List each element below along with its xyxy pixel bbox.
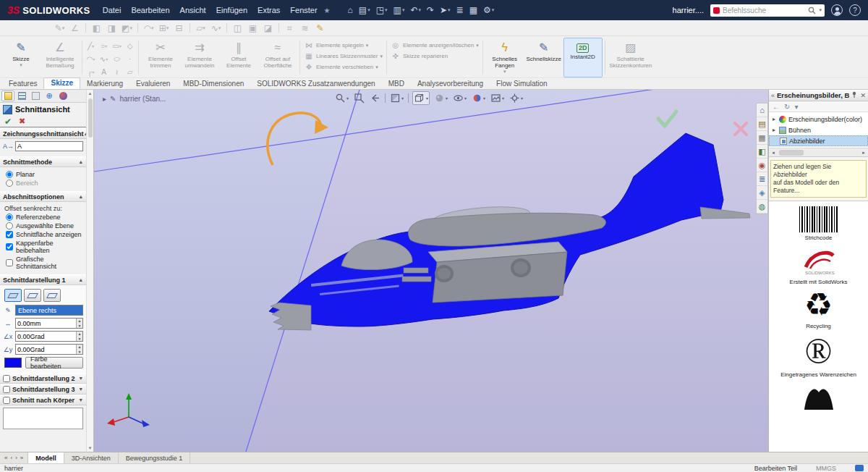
graphics-viewport[interactable]: ▸ ✎ harrier (Stan... ▾ ▾ ▾ ▾ ▾ ▾ ▾ ▾ ⌂ ▤…	[94, 90, 768, 452]
tab-modell[interactable]: Modell	[28, 452, 64, 463]
section-header-options[interactable]: Abschnittsoptionen▲	[0, 191, 86, 202]
display-style-icon[interactable]: ▾	[433, 92, 448, 104]
ribbon-repair-sketch-button[interactable]: ✜Skizze reparieren	[391, 52, 479, 60]
ribbon-move-entities-button[interactable]: ✥Elemente verschieben▾	[304, 63, 383, 71]
breadcrumb-expand-icon[interactable]: ▸	[103, 95, 106, 103]
tree-horizontal-scrollbar[interactable]: ◂ ▸	[769, 148, 868, 157]
reference-plane-field[interactable]: Ebene rechts	[15, 305, 83, 316]
ribbon-display-delete-button[interactable]: ◎Elemente anzeigen/löschen▾	[391, 41, 479, 49]
qb-measure-icon[interactable]: ⌗	[282, 22, 297, 35]
scroll-thumb[interactable]	[779, 150, 804, 156]
status-units[interactable]: MMGS	[816, 465, 836, 472]
command-search[interactable]: ▾	[710, 4, 825, 17]
refresh-icon[interactable]: ↻	[784, 103, 790, 111]
search-icon[interactable]	[808, 7, 816, 14]
ribbon-skizze-button[interactable]: ✎ Skizze ▾	[1, 38, 41, 77]
edit-color-button[interactable]: Farbe bearbeiten	[25, 357, 83, 368]
section-header-darstellung1[interactable]: Schnittdarstellung 1▲	[0, 274, 86, 285]
decal-partial[interactable]	[799, 381, 839, 410]
radio-ausgewaehlte-ebene[interactable]: Ausgewählte Ebene	[6, 222, 83, 229]
checkbox-schnittflaeche[interactable]: Schnittfläche anzeigen	[6, 231, 83, 238]
plane-tool-icon[interactable]: ▱	[124, 66, 136, 78]
qb-revolve-icon[interactable]: ◨	[104, 22, 119, 35]
qb-view-icon[interactable]: ▣	[245, 22, 260, 35]
edit-appearance-icon[interactable]: ▾	[471, 92, 486, 104]
checkbox-kappenfarbe[interactable]: Kappenfarbe beibehalten	[6, 240, 83, 254]
decal-strichcode[interactable]: Strichcode	[799, 206, 839, 241]
fillet-tool-icon[interactable]: ┌▾	[85, 66, 97, 78]
radio-bereich[interactable]: Bereich	[6, 180, 83, 187]
ribbon-trim-button[interactable]: ✂ Elemente trimmen	[141, 38, 180, 77]
home-tab-icon[interactable]: ⌂	[757, 104, 767, 117]
scroll-left-icon[interactable]: ◂	[769, 150, 778, 156]
select-button[interactable]: ➤▾	[437, 3, 454, 17]
ribbon-instant2d-button[interactable]: 2D Instant2D	[563, 38, 603, 77]
spline-tool-icon[interactable]: ∿▾	[98, 53, 110, 65]
user-icon[interactable]	[831, 4, 843, 16]
point-tool-icon[interactable]: ·	[124, 53, 136, 65]
file-explorer-tab-icon[interactable]: ▦	[757, 131, 767, 145]
radio-referenzebene[interactable]: Referenzebene	[6, 214, 83, 221]
3d-scene[interactable]	[94, 90, 768, 452]
tab-mbd[interactable]: MBD	[382, 79, 411, 89]
line-tool-icon[interactable]: ╱▾	[85, 40, 97, 52]
expand-icon[interactable]: ▸	[771, 116, 777, 122]
checkbox-darstellung2[interactable]	[3, 375, 10, 382]
slot-tool-icon[interactable]: ≀	[111, 66, 123, 78]
scroll-up-icon[interactable]: ▲	[88, 90, 93, 97]
spinner[interactable]: ▲▼	[76, 319, 82, 328]
custom-properties-tab-icon[interactable]: ≣	[757, 172, 767, 186]
ribbon-smart-dimension-button[interactable]: ∠ Intelligente Bemaßung	[41, 38, 80, 77]
breadcrumb[interactable]: ▸ ✎ harrier (Stan...	[103, 95, 166, 103]
ok-button[interactable]: ✔	[4, 117, 12, 127]
forum-tab-icon[interactable]: ◈	[757, 186, 767, 200]
close-pane-icon[interactable]: ✕	[860, 92, 866, 99]
search-scope-caret-icon[interactable]: ▾	[819, 7, 822, 13]
radio-planar[interactable]: Planar	[6, 171, 83, 178]
spinner[interactable]: ▲▼	[76, 345, 82, 354]
plane-button-3[interactable]	[43, 289, 61, 302]
open-button[interactable]: ▤▾	[356, 3, 373, 17]
menu-einfuegen[interactable]: Einfügen	[211, 0, 252, 20]
ribbon-rapid-sketch-button[interactable]: ✎ Schnellskizze	[524, 38, 563, 77]
tab-mbd-dimensionen[interactable]: MBD-Dimensionen	[176, 79, 250, 89]
status-tag-icon[interactable]	[855, 465, 864, 471]
ribbon-convert-button[interactable]: ⇉ Elemente umwandeln	[180, 38, 219, 77]
tab-skizze[interactable]: Skizze	[43, 77, 80, 89]
undo-button[interactable]: ↶▾	[407, 3, 424, 17]
configuration-tab[interactable]	[15, 90, 28, 101]
tab-evaluieren[interactable]: Evaluieren	[129, 79, 176, 89]
menu-pin-icon[interactable]: ★	[324, 7, 331, 14]
menu-bearbeiten[interactable]: Bearbeiten	[126, 0, 174, 20]
plane-button-1[interactable]	[4, 289, 22, 302]
zoom-area-icon[interactable]	[353, 92, 365, 104]
qb-sweep-icon[interactable]: ◩▾	[119, 22, 135, 35]
panel-scrollbar[interactable]: ▲ ▼	[86, 90, 93, 452]
rotation-y-input[interactable]: ▲▼	[15, 344, 83, 355]
qb-dimension-icon[interactable]: ∠	[67, 22, 82, 35]
tab-features[interactable]: Features	[2, 79, 43, 89]
offset-distance-input[interactable]: ▲▼	[15, 318, 83, 329]
save-button[interactable]: ◳▾	[373, 3, 391, 17]
hide-show-items-icon[interactable]: ▾	[452, 92, 467, 104]
menu-fenster[interactable]: Fenster	[285, 0, 322, 20]
display-manager-tab[interactable]	[29, 90, 42, 101]
qb-mirror-icon[interactable]: ⊟	[171, 22, 187, 35]
view-palette-tab-icon[interactable]: ◧	[757, 145, 767, 159]
search-input[interactable]	[723, 7, 805, 14]
ribbon-quick-snaps-button[interactable]: ϟ Schnelles Fangen ▾	[485, 38, 524, 77]
rotation-x-input[interactable]: ▲▼	[15, 331, 83, 342]
qb-extrude-icon[interactable]: ◧	[89, 22, 104, 35]
tree-item-buehnen[interactable]: ▸ Bühnen	[769, 125, 868, 135]
file-properties-button[interactable]: ▦	[467, 3, 480, 17]
qb-fillet-icon[interactable]: ◠▾	[141, 22, 156, 35]
ellipse-tool-icon[interactable]: ⬭	[111, 53, 123, 65]
checkbox-darstellung3[interactable]	[3, 386, 10, 393]
tab-bewegungsstudie[interactable]: Bewegungsstudie 1	[119, 452, 191, 463]
tab-markierung[interactable]: Markierung	[80, 79, 129, 89]
menu-datei[interactable]: Datei	[98, 0, 127, 20]
print-button[interactable]: ▥▾	[391, 3, 408, 17]
options-button[interactable]: ⚙▾	[480, 3, 497, 17]
apply-scene-icon[interactable]: ▾	[490, 92, 505, 104]
menu-ansicht[interactable]: Ansicht	[175, 0, 211, 20]
